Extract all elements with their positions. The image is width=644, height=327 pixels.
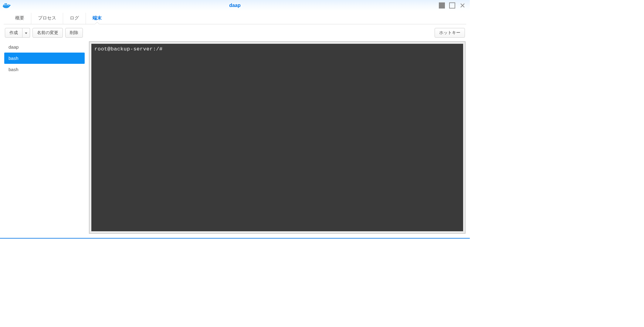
tab-process[interactable]: プロセス xyxy=(31,13,63,24)
minimize-button[interactable] xyxy=(439,2,445,9)
create-dropdown-toggle[interactable] xyxy=(22,28,30,38)
session-item-bash-1[interactable]: bash xyxy=(4,53,85,64)
tab-terminal[interactable]: 端末 xyxy=(86,13,108,24)
tab-log[interactable]: ログ xyxy=(63,13,86,24)
chevron-down-icon xyxy=(25,33,27,34)
content-area: daap bash bash root@backup-server:/# xyxy=(0,41,470,238)
delete-button[interactable]: 削除 xyxy=(65,28,83,38)
svg-rect-1 xyxy=(5,5,6,6)
titlebar: daap xyxy=(0,0,470,11)
toolbar: 作成 名前の変更 削除 ホットキー xyxy=(0,24,470,41)
close-button[interactable] xyxy=(459,2,466,9)
svg-rect-0 xyxy=(3,5,5,6)
session-item-bash-2[interactable]: bash xyxy=(4,64,85,75)
svg-rect-4 xyxy=(6,3,7,5)
session-item-daap[interactable]: daap xyxy=(4,41,85,53)
tab-overview[interactable]: 概要 xyxy=(8,13,31,24)
svg-rect-2 xyxy=(6,5,7,6)
terminal-output[interactable]: root@backup-server:/# xyxy=(91,44,463,231)
window-title: daap xyxy=(229,3,240,8)
create-button[interactable]: 作成 xyxy=(5,28,22,38)
hotkey-button[interactable]: ホットキー xyxy=(435,28,465,38)
create-button-group: 作成 xyxy=(5,28,30,38)
container-window: daap 概要 プロセス ログ 端末 作成 名前の変更 削除 ホットキー daa… xyxy=(0,0,470,239)
tabs: 概要 プロセス ログ 端末 xyxy=(4,11,466,24)
svg-rect-3 xyxy=(5,3,6,5)
terminal-session-list: daap bash bash xyxy=(4,41,85,234)
docker-icon xyxy=(2,2,11,9)
window-controls xyxy=(439,2,467,9)
rename-button[interactable]: 名前の変更 xyxy=(32,28,63,38)
svg-rect-5 xyxy=(7,5,8,6)
terminal-pane: root@backup-server:/# xyxy=(89,41,466,234)
maximize-button[interactable] xyxy=(449,2,455,9)
